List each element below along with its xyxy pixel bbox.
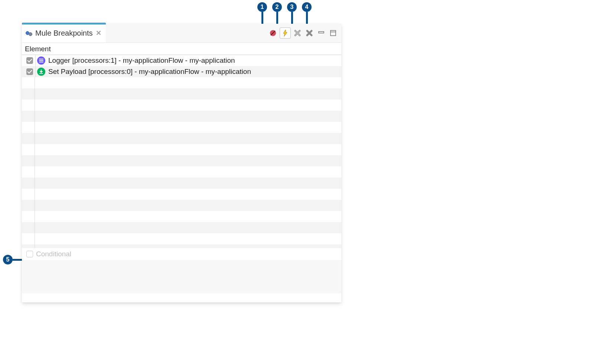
conditional-checkbox[interactable] xyxy=(26,251,33,257)
breakpoint-enabled-checkbox[interactable] xyxy=(26,57,33,64)
set-payload-icon xyxy=(37,68,45,76)
breakpoints-tab-icon xyxy=(26,30,32,36)
tab-title: Mule Breakpoints xyxy=(34,29,93,38)
breakpoint-row[interactable]: Set Payload [processors:0] - my-applicat… xyxy=(22,66,341,77)
minimize-button[interactable] xyxy=(316,28,326,38)
logger-icon xyxy=(37,56,45,65)
callout-bubble: 4 xyxy=(302,2,312,12)
error-breakpoint-icon xyxy=(269,29,277,37)
tab-mule-breakpoints[interactable]: Mule Breakpoints ✕ xyxy=(22,24,106,42)
remove-all-button[interactable] xyxy=(304,28,315,38)
breakpoint-label: Logger [processors:1] - my-applicationFl… xyxy=(47,56,235,65)
conditional-expression-area[interactable] xyxy=(22,260,341,293)
callout-bubble: 1 xyxy=(257,2,267,12)
breakpoint-row[interactable]: Logger [processors:1] - my-applicationFl… xyxy=(22,55,341,66)
exception-breakpoint-button[interactable] xyxy=(280,27,291,39)
callout-3: 3 xyxy=(287,2,297,26)
callout-bubble: 2 xyxy=(272,2,282,12)
exception-breakpoint-icon xyxy=(281,29,289,37)
view-toolbar xyxy=(268,27,338,39)
conditional-bar: Conditional xyxy=(22,248,341,260)
callout-2: 2 xyxy=(272,2,282,26)
breakpoint-enabled-checkbox[interactable] xyxy=(26,68,33,75)
close-icon[interactable]: ✕ xyxy=(96,29,101,37)
breakpoint-label: Set Payload [processors:0] - my-applicat… xyxy=(47,68,251,76)
maximize-icon xyxy=(330,30,336,36)
callout-bubble: 3 xyxy=(287,2,297,12)
breakpoint-list[interactable]: Logger [processors:1] - my-applicationFl… xyxy=(22,55,341,248)
column-header-element[interactable]: Element xyxy=(22,43,341,55)
error-breakpoint-button[interactable] xyxy=(268,28,278,38)
callout-5: 5 xyxy=(3,255,24,264)
tab-bar: Mule Breakpoints ✕ xyxy=(22,24,341,43)
minimize-icon xyxy=(318,30,325,36)
breakpoints-panel: Mule Breakpoints ✕ xyxy=(22,24,341,302)
svg-marker-2 xyxy=(283,30,287,36)
maximize-button[interactable] xyxy=(328,28,338,38)
svg-rect-4 xyxy=(331,30,336,36)
svg-rect-3 xyxy=(319,32,324,33)
callout-4: 4 xyxy=(302,2,312,26)
remove-all-icon xyxy=(306,29,313,37)
remove-selected-button[interactable] xyxy=(292,28,303,38)
conditional-label: Conditional xyxy=(36,250,71,258)
callout-1: 1 xyxy=(257,2,267,26)
remove-selected-icon xyxy=(294,29,301,37)
callout-bubble: 5 xyxy=(3,255,13,264)
